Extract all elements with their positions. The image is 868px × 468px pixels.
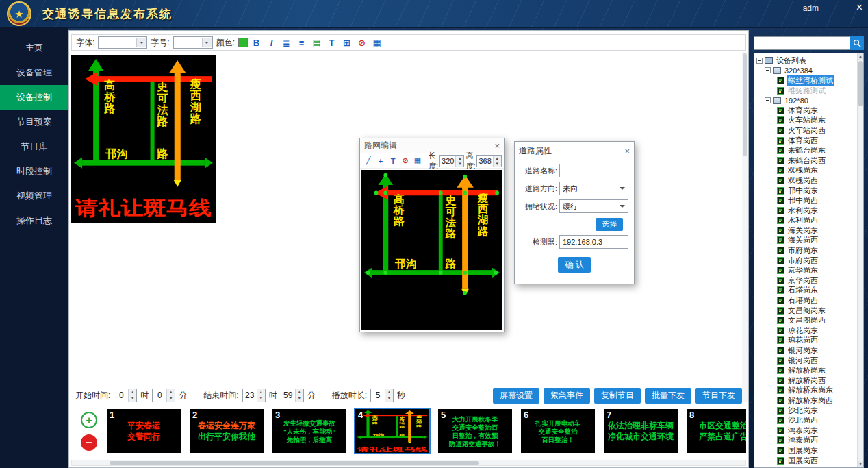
spin-down-icon[interactable]: ▼: [296, 395, 303, 402]
height-input[interactable]: 368▲▼: [476, 155, 501, 167]
spin-down-icon[interactable]: ▼: [167, 395, 175, 402]
collapse-toggle-icon[interactable]: [765, 67, 771, 73]
spin-up-icon[interactable]: ▲: [456, 156, 463, 161]
tree-device-1-9[interactable]: 邗中岗西: [756, 195, 856, 206]
edit-handle[interactable]: [439, 271, 443, 275]
dialog-titlebar[interactable]: 道路属性 ×: [515, 142, 634, 160]
tree-device-1-19[interactable]: 石塔岗西: [756, 295, 856, 306]
edit-handle[interactable]: [383, 191, 387, 195]
tree-group-1[interactable]: 192*80: [756, 95, 856, 106]
edit-handle[interactable]: [495, 191, 499, 195]
tree-device-1-30[interactable]: 沙北岗东: [756, 406, 856, 416]
close-icon[interactable]: ×: [494, 141, 500, 150]
tree-device-1-16[interactable]: 京华岗东: [756, 265, 856, 275]
spin-down-icon[interactable]: ▼: [129, 395, 136, 402]
program-send-button[interactable]: 节目下发: [695, 388, 742, 404]
collapse-toggle-icon[interactable]: [765, 97, 771, 103]
device-search-button[interactable]: [850, 36, 864, 50]
road-name-input[interactable]: [559, 164, 628, 177]
tree-device-1-31[interactable]: 沙北岗西: [756, 415, 856, 426]
tree-device-1-27[interactable]: 解放桥岗西: [756, 375, 856, 386]
align-left-button[interactable]: ≣: [280, 36, 293, 49]
tree-device-1-26[interactable]: 解放桥岗东: [756, 365, 856, 375]
spin-down-icon[interactable]: ▼: [494, 161, 501, 167]
tree-device-1-22[interactable]: 琼花岗东: [756, 325, 856, 336]
sidebar-item-home[interactable]: 主页: [0, 36, 68, 60]
sidebar-item-operation-log[interactable]: 操作日志: [0, 208, 68, 233]
spin-up-icon[interactable]: ▲: [494, 156, 501, 161]
spin-down-icon[interactable]: ▼: [385, 395, 393, 402]
copy-program-button[interactable]: 复制节目: [594, 388, 641, 404]
tree-device-1-14[interactable]: 市府岗东: [756, 245, 856, 256]
tree-device-1-18[interactable]: 石塔岗东: [756, 286, 856, 296]
tree-device-1-34[interactable]: 国展岗东: [756, 445, 856, 456]
tree-device-1-5[interactable]: 来鹤台岗西: [756, 156, 856, 166]
program-thumbnail-4[interactable]: 4高桥路史可法路瘦西湖路邗沟路请礼让斑马线: [355, 409, 429, 453]
tree-device-1-11[interactable]: 水利岗西: [756, 216, 856, 226]
scroll-up-icon[interactable]: ▲: [858, 53, 863, 60]
detector-input[interactable]: [559, 235, 628, 249]
batch-send-button[interactable]: 批量下发: [645, 388, 691, 404]
align-center-button[interactable]: ≡: [295, 36, 308, 49]
text-tool[interactable]: T: [387, 156, 398, 167]
program-thumbnail-8[interactable]: 8市区交通整治严禁占道广告: [687, 409, 746, 453]
font-size-select[interactable]: [173, 36, 213, 49]
screen-settings-button[interactable]: 屏幕设置: [493, 388, 539, 404]
tree-device-1-35[interactable]: 国展岗西: [756, 456, 856, 466]
vertical-scrollbar[interactable]: [742, 52, 748, 402]
edit-handle[interactable]: [383, 271, 387, 275]
led-preview[interactable]: 高桥路史可法路瘦西湖路邗沟路请礼让斑马线: [71, 55, 216, 223]
select-button[interactable]: 选择: [596, 218, 623, 231]
sidebar-item-time-period-control[interactable]: 时段控制: [0, 159, 68, 184]
tree-device-1-32[interactable]: 鸿泰岗东: [756, 426, 856, 436]
length-input[interactable]: 320▲▼: [439, 155, 464, 167]
tree-device-1-8[interactable]: 邗中岗东: [756, 186, 856, 196]
sidebar-item-device-control[interactable]: 设备控制: [0, 85, 68, 110]
tree-device-1-20[interactable]: 文昌阁岗东: [756, 306, 856, 316]
tree-device-1-3[interactable]: 体育岗西: [756, 136, 856, 146]
end-minute-input[interactable]: 59▲▼: [281, 389, 304, 402]
edit-handle[interactable]: [366, 271, 370, 275]
remove-program-button[interactable]: −: [81, 434, 97, 451]
add-program-button[interactable]: +: [81, 412, 97, 428]
collapse-toggle-icon[interactable]: [756, 58, 763, 64]
tree-device-1-28[interactable]: 解放桥东岗东: [756, 386, 856, 396]
sidebar-item-program-library[interactable]: 节目库: [0, 134, 68, 159]
tree-device-1-4[interactable]: 来鹤台岗东: [756, 145, 856, 156]
tree-device-1-7[interactable]: 双槐岗西: [756, 175, 856, 186]
tree-device-1-21[interactable]: 文昌阁岗西: [756, 315, 856, 325]
program-thumbnail-6[interactable]: 6扎实开展电动车交通安全整治百日整治！: [521, 409, 595, 453]
tree-device-1-29[interactable]: 解放桥东岗西: [756, 395, 856, 406]
layout-button[interactable]: ⊞: [340, 36, 353, 49]
window-close-button[interactable]: ×: [856, 1, 863, 14]
tree-device-1-25[interactable]: 银河岗西: [756, 356, 856, 366]
edit-handle[interactable]: [383, 173, 387, 177]
roadnet-canvas[interactable]: 高桥路史可法路瘦西湖路邗沟路: [361, 170, 502, 330]
scrollbar-thumb[interactable]: [858, 61, 863, 106]
tree-device-1-0[interactable]: 体育岗东: [756, 106, 856, 116]
move-tool[interactable]: +: [375, 156, 386, 167]
program-thumbnail-2[interactable]: 2春运安全连万家出行平安你我他: [190, 409, 264, 453]
tree-device-1-2[interactable]: 火车站岗西: [756, 125, 856, 136]
edit-handle[interactable]: [463, 175, 467, 179]
tree-device-1-1[interactable]: 火车站岗东: [756, 116, 856, 126]
start-hour-input[interactable]: 0▲▼: [114, 389, 137, 402]
tree-device-1-6[interactable]: 双槐岗东: [756, 166, 856, 176]
road-direction-select[interactable]: 来向: [559, 182, 628, 195]
save-tool[interactable]: ▦: [412, 156, 423, 167]
tree-device-1-12[interactable]: 海关岗东: [756, 225, 856, 236]
tree-device-1-10[interactable]: 水利岗东: [756, 206, 856, 216]
sidebar-item-program-plan[interactable]: 节目预案: [0, 110, 68, 134]
spin-up-icon[interactable]: ▲: [257, 389, 265, 395]
scroll-down-icon[interactable]: ▼: [858, 461, 863, 467]
tree-root-device-list[interactable]: 设备列表: [756, 56, 856, 66]
edit-handle[interactable]: [463, 291, 467, 295]
tree-device-1-15[interactable]: 市府岗西: [756, 256, 856, 266]
tree-group-0[interactable]: 320*384: [756, 66, 856, 76]
tree-device-1-24[interactable]: 银河岗东: [756, 345, 856, 356]
program-thumbnail-5[interactable]: 5大力开展秋冬季交通安全整治百日整治，有效预防道路交通事故！: [438, 409, 512, 453]
tree-device-0-1[interactable]: 维扬路测试: [756, 86, 856, 96]
start-minute-input[interactable]: 0▲▼: [152, 389, 175, 402]
user-name[interactable]: adm: [803, 3, 819, 13]
congestion-select[interactable]: 缓行: [559, 199, 628, 213]
